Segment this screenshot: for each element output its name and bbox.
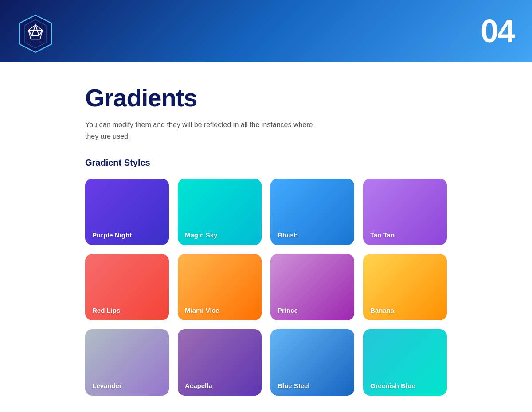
gradient-label-tan-tan: Tan Tan <box>370 231 395 239</box>
page-number: 04 <box>481 13 514 49</box>
gradient-card-miami-vice[interactable]: Miami Vice <box>178 254 262 320</box>
gradient-label-levander: Levander <box>92 382 122 389</box>
gradient-label-miami-vice: Miami Vice <box>185 307 219 314</box>
gradient-card-tan-tan[interactable]: Tan Tan <box>363 179 447 245</box>
section-title: Gradient Styles <box>85 158 447 168</box>
gradient-grid: Purple NightMagic SkyBluishTan TanRed Li… <box>85 179 447 396</box>
gradient-card-magic-sky[interactable]: Magic Sky <box>178 179 262 245</box>
gradient-label-acapella: Acapella <box>185 382 212 389</box>
gradient-label-red-lips: Red Lips <box>92 307 120 314</box>
page-description: You can modify them and they will be ref… <box>85 119 325 142</box>
page-header: 04 <box>0 0 532 62</box>
gradient-label-purple-night: Purple Night <box>92 231 132 239</box>
gradient-card-acapella[interactable]: Acapella <box>178 329 262 396</box>
gradient-card-banana[interactable]: Banana <box>363 254 447 320</box>
gradient-label-prince: Prince <box>278 307 298 314</box>
gradient-label-bluish: Bluish <box>278 231 298 239</box>
gradient-label-blue-steel: Blue Steel <box>278 382 310 389</box>
svg-marker-0 <box>20 15 51 52</box>
page-title: Gradients <box>85 83 447 112</box>
gradient-card-bluish[interactable]: Bluish <box>270 179 354 245</box>
gradient-card-blue-steel[interactable]: Blue Steel <box>270 329 354 396</box>
gradient-card-levander[interactable]: Levander <box>85 329 169 396</box>
gradient-card-purple-night[interactable]: Purple Night <box>85 179 169 245</box>
gradient-label-banana: Banana <box>370 307 394 314</box>
gradient-label-greenish-blue: Greenish Blue <box>370 382 415 389</box>
gradient-card-greenish-blue[interactable]: Greenish Blue <box>363 329 447 396</box>
gradient-card-prince[interactable]: Prince <box>270 254 354 320</box>
main-content: Gradients You can modify them and they w… <box>0 62 532 412</box>
gradient-card-red-lips[interactable]: Red Lips <box>85 254 169 320</box>
logo <box>18 13 53 49</box>
gradient-label-magic-sky: Magic Sky <box>185 231 217 239</box>
